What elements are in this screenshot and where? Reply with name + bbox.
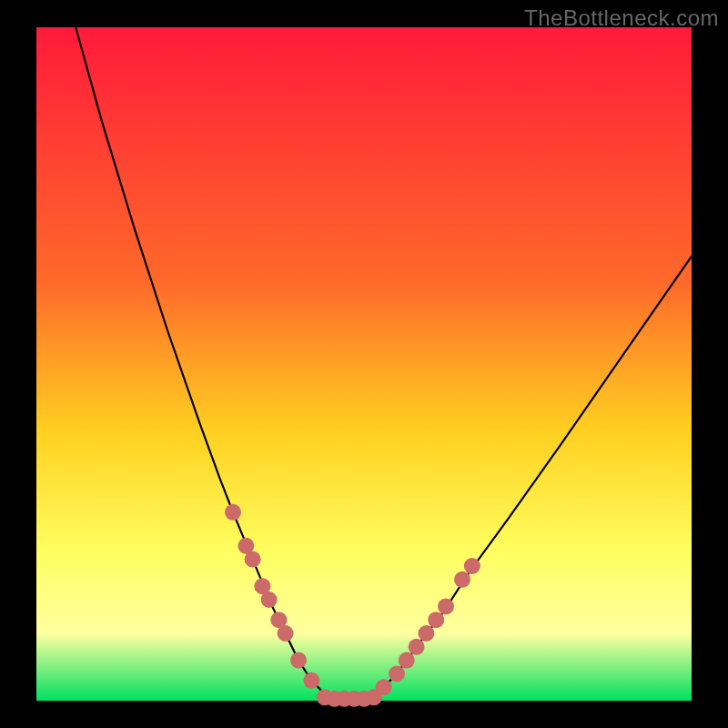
data-point-dot [428, 612, 444, 628]
bottleneck-chart [0, 0, 728, 728]
watermark-text: TheBottleneck.com [524, 5, 719, 31]
data-point-dot [278, 625, 294, 642]
data-point-dot [464, 558, 480, 574]
data-point-dot [261, 592, 278, 608]
data-point-dot [399, 652, 415, 669]
data-point-dot [409, 639, 425, 655]
data-point-dot [290, 652, 307, 669]
data-point-dot [376, 679, 392, 695]
data-point-dot [389, 665, 405, 682]
chart-frame: TheBottleneck.com [0, 0, 728, 728]
data-point-dot [418, 625, 434, 642]
data-point-dot [303, 672, 319, 689]
gradient-plot-area [36, 27, 692, 701]
data-point-dot [438, 598, 454, 614]
data-point-dot [454, 571, 470, 588]
data-point-dot [225, 504, 241, 521]
data-point-dot [245, 551, 261, 568]
